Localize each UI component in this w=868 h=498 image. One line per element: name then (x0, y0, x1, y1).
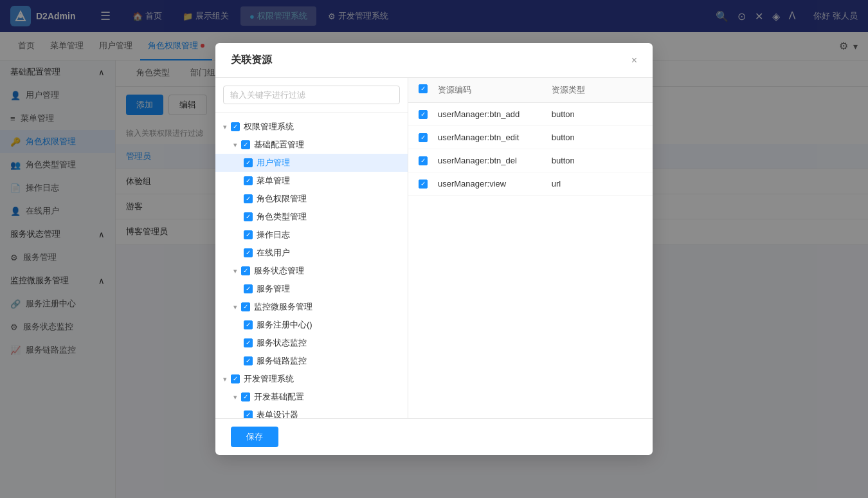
row3-code: userManager:btn_del (438, 156, 552, 165)
checkbox-chain-mon[interactable] (244, 356, 253, 365)
arrow-icon: ▾ (223, 375, 227, 383)
row1-code: userManager:btn_add (438, 109, 552, 119)
row1-checkbox[interactable] (419, 110, 428, 119)
resource-row-2[interactable]: userManager:btn_edit button (408, 126, 653, 149)
checkbox-basic-config[interactable] (241, 140, 250, 149)
checkbox-monitor-micro[interactable] (241, 302, 250, 311)
modal-title: 关联资源 (231, 53, 272, 67)
resource-row-3[interactable]: userManager:btn_del button (408, 149, 653, 172)
modal-close-button[interactable]: × (631, 55, 637, 66)
header-type: 资源类型 (552, 84, 642, 96)
row3-checkbox[interactable] (419, 156, 428, 165)
tree-item-auth-sys[interactable]: ▾ 权限管理系统 (215, 118, 408, 136)
checkbox-status-mon[interactable] (244, 338, 253, 347)
checkbox-role-type[interactable] (244, 212, 253, 221)
checkbox-role-perm[interactable] (244, 194, 253, 203)
checkbox-svc-mgmt[interactable] (244, 284, 253, 293)
modal-search-area (215, 78, 408, 113)
modal-tree-panel: ▾ 权限管理系统 ▾ 基础配置管理 用户管理 (215, 78, 408, 418)
row4-type: url (552, 179, 642, 189)
tree-item-role-perm[interactable]: 角色权限管理 (215, 190, 408, 208)
checkbox-dev-sys[interactable] (231, 374, 240, 383)
tree-item-menu-mgmt[interactable]: 菜单管理 (215, 172, 408, 190)
resource-row-4[interactable]: userManager:view url (408, 172, 653, 196)
tree-item-basic-config[interactable]: ▾ 基础配置管理 (215, 136, 408, 154)
checkbox-user-mgmt[interactable] (244, 158, 253, 167)
tree-item-registry[interactable]: 服务注册中心() (215, 316, 408, 334)
modal-right-rows: userManager:btn_add button userManager:b… (408, 103, 653, 418)
modal-resource-table: 资源编码 资源类型 userManager:btn_add button (408, 78, 653, 418)
resource-row-1[interactable]: userManager:btn_add button (408, 103, 653, 126)
tree-item-monitor-micro[interactable]: ▾ 监控微服务管理 (215, 298, 408, 316)
checkbox-online-user[interactable] (244, 248, 253, 257)
tree-search-input[interactable] (223, 86, 400, 104)
modal-body: ▾ 权限管理系统 ▾ 基础配置管理 用户管理 (215, 78, 653, 418)
row4-code: userManager:view (438, 179, 552, 189)
modal-overlay[interactable]: 关联资源 × ▾ 权限管理系统 ▾ (0, 0, 868, 498)
row2-code: userManager:btn_edit (438, 133, 552, 142)
tree-item-online-user[interactable]: 在线用户 (215, 244, 408, 262)
tree-item-service-status[interactable]: ▾ 服务状态管理 (215, 262, 408, 280)
save-button[interactable]: 保存 (231, 427, 278, 447)
tree-item-svc-mgmt[interactable]: 服务管理 (215, 280, 408, 298)
row2-checkbox[interactable] (419, 133, 428, 142)
arrow-icon: ▾ (223, 123, 227, 131)
checkbox-menu-mgmt[interactable] (244, 176, 253, 185)
header-code: 资源编码 (438, 84, 552, 96)
checkbox-form-designer[interactable] (244, 410, 253, 418)
arrow-icon: ▾ (233, 393, 237, 401)
header-checkbox[interactable] (419, 84, 428, 93)
modal-right-header: 资源编码 资源类型 (408, 78, 653, 103)
tree-item-dev-basic[interactable]: ▾ 开发基础配置 (215, 388, 408, 406)
arrow-icon: ▾ (233, 267, 237, 275)
modal-associate-resource: 关联资源 × ▾ 权限管理系统 ▾ (215, 43, 653, 455)
modal-footer: 保存 (215, 418, 653, 455)
tree-item-role-type[interactable]: 角色类型管理 (215, 208, 408, 226)
tree-item-chain-mon[interactable]: 服务链路监控 (215, 352, 408, 370)
tree-item-user-mgmt[interactable]: 用户管理 (215, 154, 408, 172)
row4-checkbox[interactable] (419, 180, 428, 189)
row3-type: button (552, 156, 642, 165)
checkbox-registry[interactable] (244, 320, 253, 329)
row2-type: button (552, 133, 642, 142)
checkbox-dev-basic[interactable] (241, 392, 250, 401)
checkbox-op-log[interactable] (244, 230, 253, 239)
tree-item-form-designer[interactable]: 表单设计器 (215, 406, 408, 418)
tree-item-dev-sys[interactable]: ▾ 开发管理系统 (215, 370, 408, 388)
tree-item-op-log[interactable]: 操作日志 (215, 226, 408, 244)
checkbox-service-status[interactable] (241, 266, 250, 275)
arrow-icon: ▾ (233, 303, 237, 311)
tree-list: ▾ 权限管理系统 ▾ 基础配置管理 用户管理 (215, 113, 408, 418)
modal-header: 关联资源 × (215, 43, 653, 78)
checkbox-auth-sys[interactable] (231, 122, 240, 131)
tree-item-status-mon[interactable]: 服务状态监控 (215, 334, 408, 352)
row1-type: button (552, 109, 642, 119)
arrow-icon: ▾ (233, 141, 237, 149)
header-check (419, 84, 438, 96)
